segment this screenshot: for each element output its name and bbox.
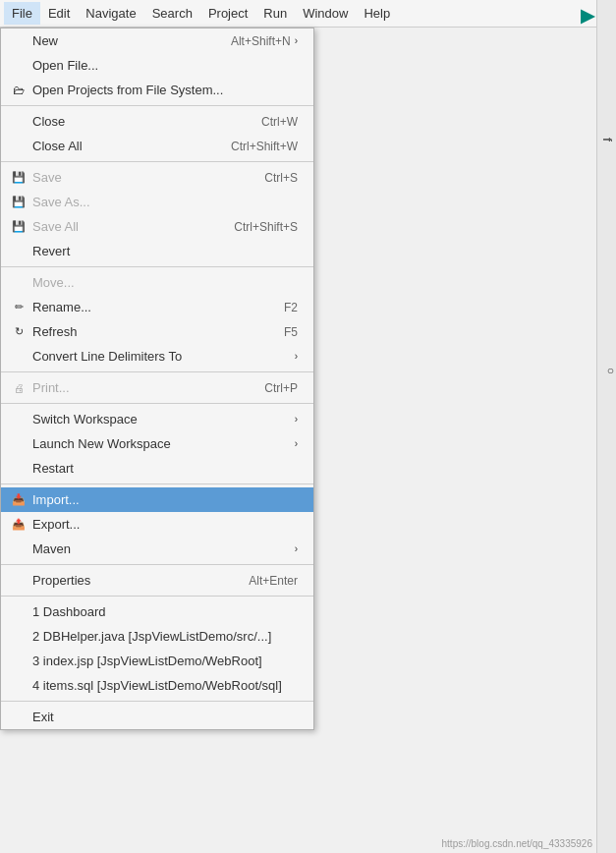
menu-item-save-all: 💾 Save All Ctrl+Shift+S — [1, 214, 313, 239]
menu-item-import[interactable]: 📥 Import... — [1, 487, 313, 512]
menu-item-save-as-label: Save As... — [32, 195, 298, 209]
menu-item-exit-label: Exit — [32, 710, 298, 724]
menu-item-maven-label: Maven — [32, 541, 291, 556]
separator-8 — [1, 596, 313, 597]
menu-edit[interactable]: Edit — [40, 2, 78, 25]
separator-9 — [1, 701, 313, 702]
menu-item-refresh-shortcut: F5 — [284, 325, 298, 339]
menu-item-recent-4[interactable]: 4 items.sql [JspViewListDemo/WebRoot/sql… — [1, 673, 313, 698]
menu-item-properties-shortcut: Alt+Enter — [249, 574, 298, 588]
separator-4 — [1, 371, 313, 372]
rename-icon: ✏ — [9, 301, 28, 313]
menu-item-save-label: Save — [32, 170, 245, 185]
menu-item-save-shortcut: Ctrl+S — [264, 171, 298, 185]
menu-item-save-as: 💾 Save As... — [1, 190, 313, 214]
menu-search[interactable]: Search — [144, 2, 200, 25]
menu-item-open-file-label: Open File... — [32, 58, 298, 73]
refresh-icon: ↻ — [9, 325, 28, 338]
menu-help[interactable]: Help — [356, 2, 398, 25]
menu-item-restart-label: Restart — [32, 461, 298, 476]
menu-item-print-shortcut: Ctrl+P — [264, 381, 298, 395]
print-icon: 🖨 — [9, 382, 28, 394]
menu-item-restart[interactable]: Restart — [1, 456, 313, 481]
menu-item-open-projects[interactable]: 🗁 Open Projects from File System... — [1, 78, 313, 102]
menu-item-convert-line-arrow: › — [295, 351, 298, 362]
menu-item-open-projects-label: Open Projects from File System... — [32, 83, 298, 97]
menu-item-launch-workspace-arrow: › — [295, 438, 298, 449]
menu-item-switch-workspace-arrow: › — [295, 414, 298, 425]
separator-3 — [1, 266, 313, 267]
menu-item-refresh[interactable]: ↻ Refresh F5 — [1, 319, 313, 344]
menu-item-recent-3[interactable]: 3 index.jsp [JspViewListDemo/WebRoot] — [1, 649, 313, 673]
menu-item-new-shortcut: Alt+Shift+N — [231, 34, 291, 48]
menu-item-maven-arrow: › — [295, 543, 298, 554]
menubar: File Edit Navigate Search Project Run Wi… — [0, 0, 616, 28]
separator-2 — [1, 161, 313, 162]
menu-project[interactable]: Project — [200, 2, 255, 25]
watermark: https://blog.csdn.net/qq_43335926 — [442, 838, 592, 849]
menu-item-open-file[interactable]: Open File... — [1, 53, 313, 78]
menu-item-new-arrow: › — [295, 35, 298, 46]
side-panel: f ○ — [596, 0, 616, 853]
menu-item-recent-4-label: 4 items.sql [JspViewListDemo/WebRoot/sql… — [32, 678, 298, 693]
menu-item-save-all-shortcut: Ctrl+Shift+S — [234, 220, 298, 234]
menu-navigate[interactable]: Navigate — [78, 2, 143, 25]
menu-item-close-all[interactable]: Close All Ctrl+Shift+W — [1, 134, 313, 158]
menu-item-import-label: Import... — [32, 492, 298, 507]
menu-item-move-label: Move... — [32, 275, 298, 290]
menu-item-rename[interactable]: ✏ Rename... F2 — [1, 295, 313, 319]
save-all-icon: 💾 — [9, 220, 28, 233]
menu-item-switch-workspace[interactable]: Switch Workspace › — [1, 407, 313, 431]
menu-item-properties-label: Properties — [32, 573, 229, 588]
menu-item-convert-line-label: Convert Line Delimiters To — [32, 349, 291, 364]
menu-item-close-shortcut: Ctrl+W — [261, 115, 298, 129]
menu-item-convert-line[interactable]: Convert Line Delimiters To › — [1, 344, 313, 369]
menu-item-rename-label: Rename... — [32, 300, 264, 314]
menu-item-exit[interactable]: Exit — [1, 705, 313, 729]
menu-item-maven[interactable]: Maven › — [1, 537, 313, 561]
menu-item-move: Move... — [1, 270, 313, 295]
menu-item-switch-workspace-label: Switch Workspace — [32, 412, 291, 426]
menu-item-print-label: Print... — [32, 380, 245, 395]
side-panel-text: f — [600, 138, 614, 142]
separator-1 — [1, 105, 313, 106]
menu-item-recent-3-label: 3 index.jsp [JspViewListDemo/WebRoot] — [32, 654, 298, 668]
menu-item-rename-shortcut: F2 — [284, 301, 298, 314]
separator-5 — [1, 403, 313, 404]
menu-item-new-label: New — [32, 33, 211, 48]
side-panel-arrow: ○ — [607, 364, 614, 377]
menu-item-print: 🖨 Print... Ctrl+P — [1, 375, 313, 400]
menu-file[interactable]: File — [4, 2, 40, 25]
menu-item-new[interactable]: New Alt+Shift+N › — [1, 28, 313, 53]
menu-item-refresh-label: Refresh — [32, 324, 264, 339]
open-projects-icon: 🗁 — [9, 84, 28, 97]
import-icon: 📥 — [9, 493, 28, 506]
menu-item-save: 💾 Save Ctrl+S — [1, 165, 313, 190]
menu-item-revert-label: Revert — [32, 244, 298, 258]
separator-6 — [1, 483, 313, 484]
menu-window[interactable]: Window — [295, 2, 356, 25]
menu-item-close-all-shortcut: Ctrl+Shift+W — [231, 140, 298, 153]
export-icon: 📤 — [9, 518, 28, 531]
teal-indicator: ▶ — [581, 5, 594, 27]
menu-item-revert[interactable]: Revert — [1, 239, 313, 263]
menu-item-launch-workspace[interactable]: Launch New Workspace › — [1, 431, 313, 456]
menu-item-recent-2-label: 2 DBHelper.java [JspViewListDemo/src/...… — [32, 629, 298, 644]
menu-run[interactable]: Run — [255, 2, 295, 25]
menu-item-save-all-label: Save All — [32, 219, 214, 234]
menu-item-close[interactable]: Close Ctrl+W — [1, 109, 313, 134]
menu-item-recent-1-label: 1 Dashboard — [32, 604, 298, 619]
file-dropdown-menu: New Alt+Shift+N › Open File... 🗁 Open Pr… — [0, 28, 314, 730]
menu-item-close-label: Close — [32, 114, 242, 129]
menu-item-recent-1[interactable]: 1 Dashboard — [1, 599, 313, 624]
menu-item-export-label: Export... — [32, 517, 298, 532]
menu-item-properties[interactable]: Properties Alt+Enter — [1, 568, 313, 593]
menu-item-recent-2[interactable]: 2 DBHelper.java [JspViewListDemo/src/...… — [1, 624, 313, 649]
save-icon: 💾 — [9, 171, 28, 184]
menu-item-close-all-label: Close All — [32, 139, 211, 153]
save-as-icon: 💾 — [9, 196, 28, 208]
menu-item-launch-workspace-label: Launch New Workspace — [32, 436, 291, 451]
separator-7 — [1, 564, 313, 565]
menu-item-export[interactable]: 📤 Export... — [1, 512, 313, 537]
